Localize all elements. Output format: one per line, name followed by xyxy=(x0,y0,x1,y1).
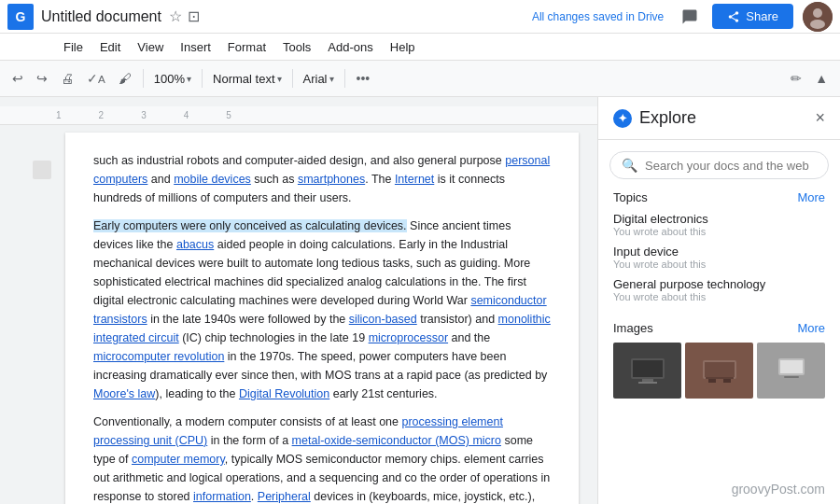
link-processing[interactable]: processing element xyxy=(402,415,503,428)
main-area: 1 2 3 4 5 such as industrial robots and … xyxy=(0,97,840,504)
spellcheck-button[interactable]: ✓A xyxy=(82,67,110,90)
print-button[interactable]: 🖨 xyxy=(56,67,78,90)
star-icon[interactable]: ☆ xyxy=(169,7,182,25)
image-thumb-2[interactable] xyxy=(685,343,753,399)
link-microcomputer[interactable]: microcomputer revolution xyxy=(93,350,224,363)
link-semiconductor-transistors[interactable]: semiconductor transistors xyxy=(93,294,547,326)
topic-sub-2: You wrote about this xyxy=(613,259,825,270)
svg-rect-8 xyxy=(705,362,735,377)
undo-button[interactable]: ↩ xyxy=(7,67,28,90)
link-mos[interactable]: metal-oxide-semiconductor (MOS) micro xyxy=(292,434,501,447)
link-internet[interactable]: Internet xyxy=(395,173,434,186)
sidebar-header: ✦ Explore × xyxy=(598,97,840,140)
menu-help[interactable]: Help xyxy=(383,37,423,57)
link-microprocessor[interactable]: microprocessor xyxy=(369,331,448,344)
style-chevron: ▾ xyxy=(277,74,282,84)
collapse-toolbar[interactable]: ▲ xyxy=(810,67,833,90)
topic-item-3[interactable]: General purpose technology You wrote abo… xyxy=(613,277,825,302)
link-abacus[interactable]: abacus xyxy=(176,238,214,251)
highlight-text: Early computers were only conceived as c… xyxy=(93,219,407,232)
images-section: Images More xyxy=(598,321,840,399)
topic-name-2: Input device xyxy=(613,245,825,259)
menu-file[interactable]: File xyxy=(56,37,91,57)
link-cpu[interactable]: processing unit (CPU) xyxy=(93,434,207,447)
left-margin xyxy=(19,133,65,504)
more-toolbar[interactable]: ••• xyxy=(352,67,375,90)
topics-section: Topics More Digital electronics You wrot… xyxy=(598,190,840,310)
topic-sub-1: You wrote about this xyxy=(613,226,825,237)
search-input[interactable] xyxy=(645,159,817,173)
user-avatar[interactable] xyxy=(803,2,833,32)
sidebar-title: Explore xyxy=(639,108,815,128)
topic-item-1[interactable]: Digital electronics You wrote about this xyxy=(613,212,825,237)
images-label: Images xyxy=(613,321,653,335)
link-peripheral[interactable]: Peripheral xyxy=(258,490,311,503)
font-select[interactable]: Arial ▾ xyxy=(300,69,338,89)
menu-view[interactable]: View xyxy=(130,37,171,57)
svg-point-2 xyxy=(810,20,825,29)
paintformat-button[interactable]: 🖌 xyxy=(114,67,136,90)
svg-rect-4 xyxy=(633,360,663,377)
topics-label: Topics xyxy=(613,190,648,204)
image-grid xyxy=(613,343,825,399)
explore-sidebar: ✦ Explore × 🔍 Topics More Digital electr… xyxy=(597,97,840,504)
paragraph-3: Conventionally, a modern computer consis… xyxy=(93,413,551,504)
link-smartphones[interactable]: smartphones xyxy=(298,173,365,186)
svg-point-1 xyxy=(813,8,822,18)
docs-logo: G xyxy=(7,4,34,30)
topic-name-1: Digital electronics xyxy=(613,212,825,226)
menu-tools[interactable]: Tools xyxy=(275,37,318,57)
link-digital-revolution[interactable]: Digital Revolution xyxy=(239,387,329,400)
images-header: Images More xyxy=(613,321,825,335)
ruler: 1 2 3 4 5 xyxy=(0,106,597,125)
link-silicon-based[interactable]: silicon-based xyxy=(349,313,417,326)
menu-format[interactable]: Format xyxy=(220,37,273,57)
svg-rect-11 xyxy=(723,379,731,383)
redo-button[interactable]: ↪ xyxy=(32,67,52,90)
style-select[interactable]: Normal text ▾ xyxy=(209,69,285,89)
toolbar-sep-3 xyxy=(292,69,293,88)
toolbar-sep-4 xyxy=(344,69,345,88)
share-button[interactable]: Share xyxy=(712,4,793,29)
topic-name-3: General purpose technology xyxy=(613,277,825,291)
folder-icon[interactable]: ⊡ xyxy=(188,7,200,25)
sidebar-close-button[interactable]: × xyxy=(815,108,825,128)
search-icon: 🔍 xyxy=(622,158,637,173)
paragraph-2: Early computers were only conceived as c… xyxy=(93,217,551,403)
svg-rect-6 xyxy=(638,382,657,384)
topic-item-2[interactable]: Input device You wrote about this xyxy=(613,245,825,270)
search-box[interactable]: 🔍 xyxy=(609,151,829,179)
title-bar: G Untitled document ☆ ⊡ All changes save… xyxy=(0,0,840,34)
svg-rect-9 xyxy=(706,377,734,379)
image-thumb-3[interactable] xyxy=(757,343,825,399)
toolbar: ↩ ↪ 🖨 ✓A 🖌 100% ▾ Normal text ▾ Arial ▾ … xyxy=(0,60,840,97)
link-monolithic[interactable]: monolithic integrated circuit xyxy=(93,313,551,344)
paragraph-1: such as industrial robots and computer-a… xyxy=(93,151,551,207)
topic-sub-3: You wrote about this xyxy=(613,291,825,302)
menu-insert[interactable]: Insert xyxy=(173,37,218,57)
svg-rect-10 xyxy=(708,379,716,383)
doc-title[interactable]: Untitled document xyxy=(41,8,161,25)
svg-rect-15 xyxy=(784,376,799,378)
topics-header: Topics More xyxy=(613,190,825,204)
document-page[interactable]: such as industrial robots and computer-a… xyxy=(65,133,579,504)
svg-rect-13 xyxy=(780,360,803,373)
link-computer-memory[interactable]: computer memory xyxy=(132,453,225,466)
zoom-chevron: ▾ xyxy=(187,74,191,84)
menu-bar: File Edit View Insert Format Tools Add-o… xyxy=(0,34,840,60)
link-information[interactable]: information xyxy=(193,490,251,503)
menu-addons[interactable]: Add-ons xyxy=(320,37,380,57)
toolbar-sep-2 xyxy=(202,69,203,88)
chat-icon-button[interactable] xyxy=(675,2,705,32)
link-mobile-devices[interactable]: mobile devices xyxy=(174,173,251,186)
image-thumb-1[interactable] xyxy=(613,343,681,399)
font-chevron: ▾ xyxy=(329,74,334,84)
edit-pencil[interactable]: ✏ xyxy=(786,67,806,90)
document-area[interactable]: 1 2 3 4 5 such as industrial robots and … xyxy=(0,97,597,504)
zoom-select[interactable]: 100% ▾ xyxy=(150,69,195,89)
toolbar-sep-1 xyxy=(143,69,144,88)
topics-more[interactable]: More xyxy=(797,190,825,204)
images-more[interactable]: More xyxy=(797,321,825,335)
menu-edit[interactable]: Edit xyxy=(92,37,128,57)
link-moores-law[interactable]: Moore's law xyxy=(93,387,155,400)
